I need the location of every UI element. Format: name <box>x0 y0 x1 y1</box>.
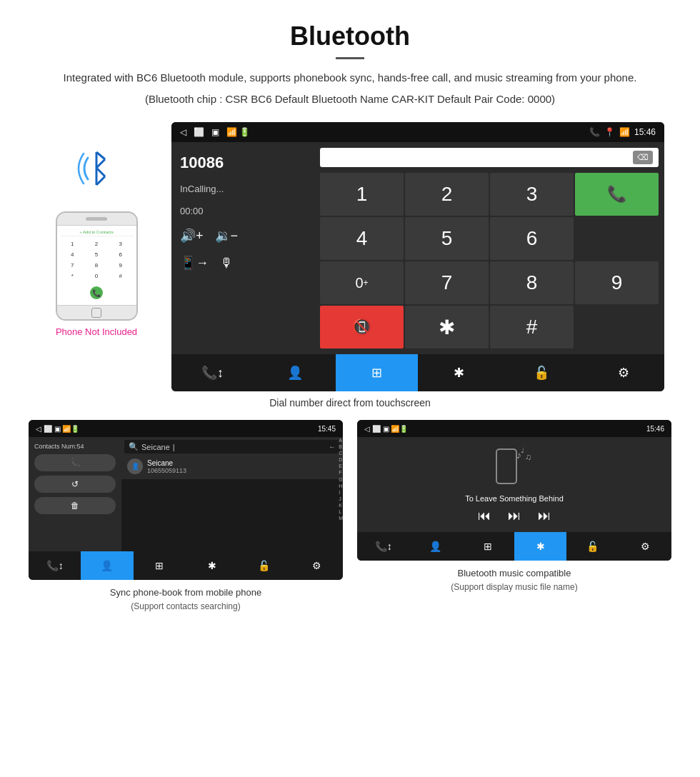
bluetooth-waves-icon <box>68 144 125 194</box>
volume-up-icon[interactable]: 🔊+ <box>180 228 204 244</box>
dial-key-hash[interactable]: # <box>490 306 574 349</box>
dial-key-3[interactable]: 3 <box>490 173 574 216</box>
music-screen: ◁ ⬜ ▣ 📶🔋 15:46 ♪ ♩ ♫ <box>357 420 671 561</box>
dial-key-7[interactable]: 7 <box>405 261 489 304</box>
dial-key-8[interactable]: 8 <box>490 261 574 304</box>
main-screen-section: + Add to Contacts 123 456 789 *0# 📞 Phon… <box>0 115 700 391</box>
nav-dialpad[interactable]: ⊞ <box>336 354 418 391</box>
music-mini-nav-contacts[interactable]: 👤 <box>409 532 461 561</box>
contacts-body: Contacts Num:54 📞 ↺ 🗑 🔍 Seicane | ← <box>29 437 343 551</box>
backspace-button[interactable]: ⌫ <box>633 151 653 164</box>
phone-call-button-area: 📞 <box>60 284 134 302</box>
phone-container: + Add to Contacts 123 456 789 *0# 📞 Phon… <box>36 122 157 337</box>
status-left-icons: ◁ ⬜ ▣ 📶 🔋 <box>180 127 250 137</box>
music-play-pause-button[interactable]: ⏭ <box>508 508 521 523</box>
music-caption-main: Bluetooth music compatible <box>451 566 577 581</box>
music-mini-nav-transfer[interactable]: 🔓 <box>566 532 619 561</box>
phone-top-bar <box>57 213 136 226</box>
mini-nav-calls[interactable]: 📞↕ <box>29 551 81 580</box>
mic-icon[interactable]: 🎙 <box>220 256 233 271</box>
music-battery: ⬜ ▣ 📶🔋 <box>372 425 409 433</box>
dialpad-grid: 1 2 3 📞 4 5 6 0+ 7 8 9 📵 ✱ # <box>320 173 659 349</box>
transfer-icon[interactable]: 📱→ <box>180 255 209 271</box>
dial-call-button[interactable]: 📞 <box>575 173 659 216</box>
search-text: Seicane <box>141 443 170 451</box>
music-mini-nav-calls[interactable]: 📞↕ <box>357 532 409 561</box>
phone-bottom-bar <box>57 305 136 319</box>
volume-down-icon[interactable]: 🔉− <box>215 228 239 244</box>
phone-speaker <box>86 217 107 221</box>
contact-item[interactable]: 👤 Seicane 10655059113 <box>124 456 340 476</box>
contacts-refresh-btn[interactable]: ↺ <box>34 476 116 493</box>
page-title: Bluetooth <box>14 21 686 51</box>
mini-nav-contacts[interactable]: 👤 <box>81 551 133 580</box>
svg-line-1 <box>96 152 105 159</box>
phone-call-icon: 📞 <box>90 286 103 299</box>
dial-key-4[interactable]: 4 <box>320 217 404 260</box>
car-bottom-nav: 📞↕ 👤 ⊞ ✱ 🔓 ⚙ <box>171 354 664 391</box>
music-time: 15:46 <box>646 425 664 433</box>
nav-bluetooth[interactable]: ✱ <box>418 354 500 391</box>
search-back-arrow: ← <box>329 443 336 451</box>
nav-calls[interactable]: 📞↕ <box>171 354 254 391</box>
dialpad-area: ⌫ 1 2 3 📞 4 5 6 0+ 7 8 9 📵 ✱ # <box>314 142 664 354</box>
mini-nav-bluetooth[interactable]: ✱ <box>186 551 238 580</box>
music-next-button[interactable]: ⏭ <box>538 508 551 523</box>
mini-nav-transfer[interactable]: 🔓 <box>238 551 290 580</box>
contacts-screen: ◁ ⬜ ▣ 📶🔋 15:45 Contacts Num:54 📞 ↺ 🗑 <box>29 420 343 580</box>
music-body: ♪ ♩ ♫ To Leave Something Behind ⏮ ⏭ ⏭ <box>357 437 671 532</box>
dial-key-5[interactable]: 5 <box>405 217 489 260</box>
contact-details: Seicane 10655059113 <box>147 459 186 474</box>
alphabet-list: A B C D E F G H I J K L M <box>339 437 343 521</box>
music-mini-nav-dialpad[interactable]: ⊞ <box>462 532 514 561</box>
nav-settings[interactable]: ⚙ <box>582 354 664 391</box>
svg-line-2 <box>96 159 105 168</box>
apps-icon: ▣ <box>211 127 219 137</box>
contact-number: 10655059113 <box>147 467 186 474</box>
nav-contacts[interactable]: 👤 <box>254 354 336 391</box>
contacts-caption: Sync phone-book from mobile phone (Suppo… <box>103 580 269 613</box>
music-mini-nav-bluetooth[interactable]: ✱ <box>514 532 566 561</box>
contacts-search-bar[interactable]: 🔍 Seicane | ← <box>124 440 340 453</box>
signal-icons: 📶 🔋 <box>226 127 250 137</box>
search-icon: 🔍 <box>129 442 139 451</box>
nav-transfer[interactable]: 🔓 <box>500 354 582 391</box>
dial-key-9[interactable]: 9 <box>575 261 659 304</box>
bluetooth-icon-area <box>68 144 125 194</box>
mini-nav-settings[interactable]: ⚙ <box>291 551 343 580</box>
dial-key-6[interactable]: 6 <box>490 217 574 260</box>
contacts-back-icon: ◁ <box>36 425 41 433</box>
contacts-right-panel: 🔍 Seicane | ← 👤 Seicane 10655059113 <box>121 437 343 479</box>
dial-end-button[interactable]: 📵 <box>320 306 404 349</box>
contacts-screenshot-block: ◁ ⬜ ▣ 📶🔋 15:45 Contacts Num:54 📞 ↺ 🗑 <box>21 420 350 613</box>
contacts-call-btn[interactable]: 📞 <box>34 454 116 471</box>
music-caption-sub: (Support display music file name) <box>451 581 577 593</box>
dialpad-input-row: ⌫ <box>320 148 659 167</box>
bluetooth-specs: (Bluetooth chip : CSR BC6 Default Blueto… <box>14 91 686 108</box>
phone-home-button <box>91 308 101 318</box>
dial-key-2[interactable]: 2 <box>405 173 489 216</box>
music-prev-button[interactable]: ⏮ <box>478 508 491 523</box>
dial-key-star[interactable]: ✱ <box>405 306 489 349</box>
music-icon-area: ♪ ♩ ♫ <box>489 446 539 488</box>
mini-nav-dialpad[interactable]: ⊞ <box>134 551 186 580</box>
dial-key-0plus[interactable]: 0+ <box>320 261 404 304</box>
svg-text:♫: ♫ <box>525 452 531 462</box>
dial-key-1[interactable]: 1 <box>320 173 404 216</box>
music-controls: ⏮ ⏭ ⏭ <box>478 508 551 523</box>
contacts-delete-btn[interactable]: 🗑 <box>34 497 116 514</box>
extra-controls: 📱→ 🎙 <box>180 255 306 271</box>
contacts-bottom-nav: 📞↕ 👤 ⊞ ✱ 🔓 ⚙ <box>29 551 343 580</box>
music-mini-nav-settings[interactable]: ⚙ <box>619 532 671 561</box>
contacts-caption-sub: (Support contacts searching) <box>110 600 261 613</box>
music-bottom-nav: 📞↕ 👤 ⊞ ✱ 🔓 ⚙ <box>357 532 671 561</box>
header-description: Integrated with BC6 Bluetooth module, su… <box>14 69 686 86</box>
back-icon: ◁ <box>180 127 186 137</box>
bottom-screenshots: ◁ ⬜ ▣ 📶🔋 15:45 Contacts Num:54 📞 ↺ 🗑 <box>0 420 700 613</box>
call-number: 10086 <box>180 154 306 172</box>
contacts-left-panel: Contacts Num:54 📞 ↺ 🗑 <box>29 437 121 551</box>
volume-controls: 🔊+ 🔉− <box>180 228 306 244</box>
svg-rect-6 <box>499 453 514 477</box>
page-header: Bluetooth Integrated with BC6 Bluetooth … <box>0 0 700 115</box>
status-right: 📞 📍 📶 15:46 <box>589 127 656 137</box>
